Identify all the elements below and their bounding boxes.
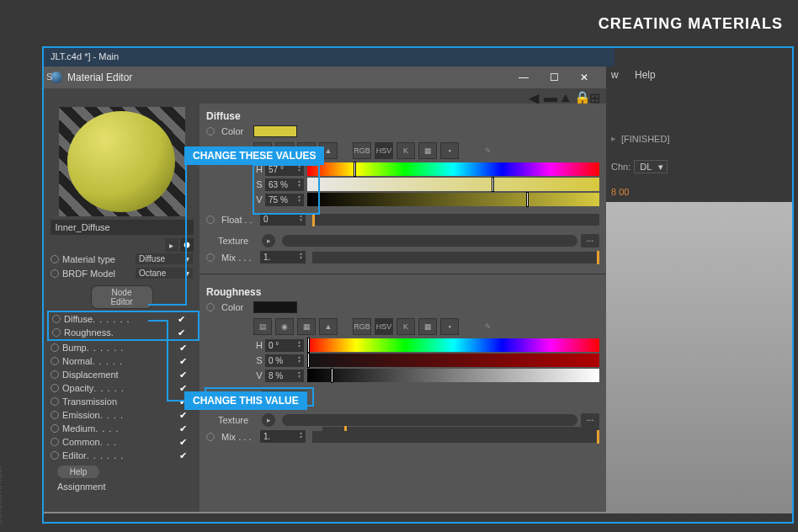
channel-opacity[interactable]: Opacity. . . . .✔ xyxy=(49,381,200,395)
channel-roughness[interactable]: Roughness . ✔ xyxy=(51,326,198,339)
roughness-mix-slider[interactable] xyxy=(312,431,599,443)
app-menubar: w Help xyxy=(611,69,669,81)
roughness-v-slider[interactable] xyxy=(307,369,599,382)
preview-sphere xyxy=(67,111,175,212)
channel-editor[interactable]: Editor . . . . . .✔ xyxy=(49,449,200,462)
roughness-color-row: Color xyxy=(206,300,599,315)
channel-displacement[interactable]: Displacement✔ xyxy=(49,368,200,381)
diffuse-v-row: V 75 %▴▾ xyxy=(253,193,599,206)
roughness-mix-input[interactable]: 1.▴▾ xyxy=(260,430,306,443)
texture-browse-button[interactable]: ... xyxy=(581,234,599,247)
menu-w[interactable]: w xyxy=(611,69,619,81)
roughness-texture-field[interactable] xyxy=(282,414,577,426)
channel-medium[interactable]: Medium . . . .✔ xyxy=(49,422,200,435)
texture-browse-button[interactable]: ... xyxy=(581,413,599,427)
maximize-button[interactable]: ☐ xyxy=(539,66,569,88)
k-mode[interactable]: K xyxy=(396,142,415,159)
texture-play-icon[interactable]: ▸ xyxy=(262,413,275,427)
hsv-mode[interactable]: HSV xyxy=(375,318,393,335)
channel-emission[interactable]: Emission. . . .✔ xyxy=(49,408,200,422)
roughness-s-slider[interactable] xyxy=(307,354,599,367)
material-type-dropdown[interactable]: Diffuse▾ xyxy=(136,253,193,264)
document-titlebar: JLT.c4d *] - Main xyxy=(44,48,614,66)
roughness-color-icons: ▤ ◉ ▦ ▲ RGB HSV K ▦ ▪ ✎ xyxy=(253,318,599,335)
eyedropper-icon[interactable]: ✎ xyxy=(479,318,497,335)
channel-bump[interactable]: Bump . . . . . .✔ xyxy=(49,341,200,354)
diffuse-title: Diffuse xyxy=(206,110,599,122)
diffuse-s-row: S 63 %▴▾ xyxy=(253,178,599,191)
rgb-mode[interactable]: RGB xyxy=(353,318,371,335)
diffuse-mix-input[interactable]: 1.▴▾ xyxy=(260,251,306,263)
radio-icon[interactable] xyxy=(52,328,61,337)
diffuse-float-input[interactable]: 0▴▾ xyxy=(260,213,306,226)
diffuse-texture-row: Texture ▸ ... xyxy=(206,232,599,249)
swatches-icon[interactable]: ▦ xyxy=(418,318,437,335)
minimize-button[interactable]: — xyxy=(508,66,539,88)
slider-icon[interactable]: ▤ xyxy=(253,318,272,335)
roughness-section: Roughness Color ▤ ◉ ▦ ▲ RGB HSV K ▦ ▪ ✎ … xyxy=(200,279,606,448)
k-mode[interactable]: K xyxy=(396,318,415,335)
channel-normal[interactable]: Normal . . . . .✔ xyxy=(49,354,200,368)
callout-top: CHANGE THESE VALUES xyxy=(184,146,324,165)
left-panel: Inner_Diffuse ▸ Material type Diffuse▾ B… xyxy=(44,104,200,512)
texture-play-icon[interactable]: ▸ xyxy=(262,234,275,247)
brdf-row: BRDF Model Octane▾ xyxy=(44,266,200,280)
roughness-h-slider[interactable] xyxy=(307,338,599,352)
diffuse-color-row: Color xyxy=(206,124,599,139)
assignment-label[interactable]: Assignment xyxy=(57,481,200,492)
radio-icon[interactable] xyxy=(52,315,61,323)
diffuse-texture-field[interactable] xyxy=(282,235,577,247)
roughness-title: Roughness xyxy=(206,286,599,298)
diffuse-float-row: Float . . 0▴▾ xyxy=(206,211,599,227)
hsv-mode[interactable]: HSV xyxy=(375,142,393,159)
nav-fwd-icon[interactable]: ▬ xyxy=(544,90,556,102)
channel-transmission[interactable]: Transmission✔ xyxy=(49,395,200,408)
roughness-v-input[interactable]: 8 %▴▾ xyxy=(265,370,304,382)
diffuse-float-slider[interactable] xyxy=(312,214,599,226)
roughness-color-swatch[interactable] xyxy=(253,301,297,313)
spectrum-icon[interactable]: ▦ xyxy=(297,318,316,335)
swatches-icon[interactable]: ▦ xyxy=(418,142,437,159)
chn-dropdown[interactable]: DL▾ xyxy=(634,160,668,173)
diffuse-mix-slider[interactable] xyxy=(312,252,599,263)
prev-material-button[interactable]: ▸ xyxy=(165,238,178,252)
close-button[interactable]: ✕ xyxy=(569,66,599,88)
roughness-texture-row: Texture ▸ ... xyxy=(206,412,599,428)
radio-icon[interactable] xyxy=(51,255,59,263)
material-name-input[interactable]: Inner_Diffuse xyxy=(51,220,194,235)
radio-icon[interactable] xyxy=(51,269,59,278)
diffuse-v-slider[interactable] xyxy=(307,193,599,206)
help-button[interactable]: Help xyxy=(57,466,99,478)
material-preview[interactable] xyxy=(59,107,185,216)
channel-list: Diffuse . . . . . . ✔ Roughness . ✔ Bump… xyxy=(44,311,200,462)
editor-titlebar: Material Editor — ☐ ✕ xyxy=(44,66,606,88)
s-label: S xyxy=(46,72,52,82)
diffuse-mix-row: Mix . . . 1.▴▾ xyxy=(206,249,599,265)
diffuse-h-slider[interactable] xyxy=(307,162,599,176)
callout-line-top xyxy=(185,165,187,304)
rgb-mode[interactable]: RGB xyxy=(353,142,371,159)
check-icon[interactable]: ✔ xyxy=(178,327,188,338)
nav-up-icon[interactable]: ▲ xyxy=(559,90,571,102)
diffuse-v-input[interactable]: 75 %▴▾ xyxy=(265,194,304,206)
roughness-h-input[interactable]: 0 °▴▾ xyxy=(265,339,304,352)
channel-common[interactable]: Common . . .✔ xyxy=(49,435,200,449)
watermark: octanerender™ xyxy=(0,455,3,524)
node-editor-button[interactable]: Node Editor xyxy=(91,285,153,309)
wheel-icon[interactable]: ◉ xyxy=(275,318,294,335)
diffuse-s-slider[interactable] xyxy=(307,178,599,191)
menu-help[interactable]: Help xyxy=(635,69,656,81)
picture-icon[interactable]: ▲ xyxy=(319,318,338,335)
mixer-icon[interactable]: ▪ xyxy=(440,142,459,159)
diffuse-color-swatch[interactable] xyxy=(253,125,297,137)
lock-icon[interactable]: 🔒 xyxy=(574,90,586,102)
menu-icon[interactable]: ⊞ xyxy=(589,90,601,102)
diffuse-s-input[interactable]: 63 %▴▾ xyxy=(265,178,304,191)
check-icon[interactable]: ✔ xyxy=(178,314,188,324)
mixer-icon[interactable]: ▪ xyxy=(440,318,459,335)
nav-back-icon[interactable]: ◀ xyxy=(529,90,540,102)
roughness-s-input[interactable]: 0 %▴▾ xyxy=(265,354,304,367)
channel-diffuse[interactable]: Diffuse . . . . . . ✔ xyxy=(51,312,198,326)
eyedropper-icon[interactable]: ✎ xyxy=(479,142,497,159)
brdf-dropdown[interactable]: Octane▾ xyxy=(136,268,193,279)
